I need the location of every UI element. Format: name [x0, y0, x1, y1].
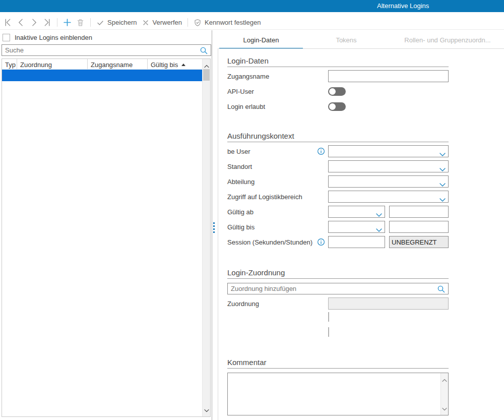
plus-icon — [63, 18, 72, 27]
chevron-down-icon — [376, 225, 382, 234]
logins-table-header: Typ Zuordnung Zugangsname Gültig bis — [2, 59, 202, 70]
zugangsname-row: Zugangsname — [227, 70, 449, 82]
toolbar-separator — [90, 18, 91, 27]
scrollbar-thumb[interactable] — [203, 69, 210, 81]
tab-rollen-gruppenzuordnung[interactable]: Rollen- und Gruppenzuordn... — [391, 34, 504, 50]
go-first-icon — [4, 18, 12, 27]
scroll-down-icon[interactable] — [442, 404, 447, 413]
zuordnung-search-input[interactable] — [228, 283, 448, 294]
go-previous-button[interactable] — [17, 18, 25, 27]
chevron-down-icon — [439, 180, 446, 189]
table-scrollbar[interactable] — [202, 59, 210, 416]
session-unit-readonly: UNBEGRENZT — [389, 236, 449, 248]
go-previous-icon — [17, 18, 25, 27]
splitter-handle[interactable] — [213, 222, 215, 233]
show-inactive-checkbox[interactable] — [3, 34, 10, 41]
zuordnung-label: Zuordnung — [227, 300, 328, 308]
window-titlebar: Alternative Logins — [0, 0, 504, 12]
go-first-button[interactable] — [4, 18, 12, 27]
zuordnung-row: Zuordnung — [227, 297, 449, 310]
go-last-icon — [43, 18, 51, 27]
info-icon[interactable] — [317, 147, 325, 155]
standort-label: Standort — [227, 163, 328, 170]
toolbar-separator — [187, 18, 188, 27]
check-icon — [96, 19, 104, 27]
go-last-button[interactable] — [43, 18, 51, 27]
go-next-icon — [30, 18, 38, 27]
zuordnung-row-2 — [227, 313, 449, 325]
zugangsname-label: Zugangsname — [227, 73, 328, 80]
abteilung-row: Abteilung — [227, 175, 449, 188]
standort-row: Standort — [227, 160, 449, 172]
standort-select[interactable] — [328, 160, 449, 172]
login-erlaubt-toggle[interactable] — [328, 102, 346, 111]
gueltig-bis-row: Gültig bis — [227, 221, 449, 233]
gueltig-bis-label: Gültig bis — [227, 223, 328, 231]
scroll-down-icon[interactable] — [204, 405, 209, 414]
show-inactive-label: Inaktive Logins einblenden — [15, 34, 92, 41]
chevron-down-icon — [439, 195, 446, 204]
be-user-label: be User — [227, 148, 317, 155]
kommentar-box — [227, 373, 449, 415]
info-icon[interactable] — [317, 238, 325, 246]
tab-login-daten[interactable]: Login-Daten — [219, 34, 303, 50]
session-label: Session (Sekunden/Stunden) — [227, 238, 317, 246]
api-user-label: API-User — [227, 88, 328, 95]
gueltig-bis-time-field[interactable] — [389, 221, 449, 233]
session-duration-field[interactable] — [328, 236, 385, 248]
panel-divider — [212, 30, 212, 420]
session-row: Session (Sekunden/Stunden) UNBEGRENZT — [227, 236, 449, 248]
gueltig-ab-label: Gültig ab — [227, 208, 328, 216]
discard-button[interactable]: Verwerfen — [142, 19, 182, 27]
scroll-up-icon[interactable] — [442, 375, 447, 384]
kommentar-field[interactable] — [228, 373, 440, 415]
zuordnung-field-2 — [328, 312, 329, 322]
gueltig-bis-date-select[interactable] — [328, 221, 385, 233]
chevron-down-icon — [439, 150, 446, 159]
set-password-button-label: Kennwort festlegen — [205, 19, 261, 26]
show-inactive-row: Inaktive Logins einblenden — [3, 34, 92, 41]
discard-button-label: Verwerfen — [153, 19, 182, 26]
zugriff-logistikbereich-select[interactable] — [328, 191, 449, 203]
gueltig-ab-row: Gültig ab — [227, 206, 449, 218]
column-header-zuordnung[interactable]: Zuordnung — [17, 59, 88, 69]
column-header-typ[interactable]: Typ — [2, 59, 17, 69]
window-title: Alternative Logins — [377, 0, 429, 12]
zugangsname-field[interactable] — [328, 70, 449, 82]
zuordnung-field-1 — [328, 297, 449, 310]
go-next-button[interactable] — [30, 18, 38, 27]
shield-icon — [194, 19, 202, 27]
api-user-toggle[interactable] — [328, 87, 346, 96]
delete-login-button[interactable] — [76, 18, 85, 27]
set-password-button[interactable]: Kennwort festlegen — [194, 19, 261, 27]
section-title-login-zuordnung: Login-Zuordnung — [227, 268, 449, 279]
kommentar-scrollbar[interactable] — [440, 373, 448, 415]
gueltig-ab-time-field[interactable] — [389, 206, 449, 218]
section-title-login-daten: Login-Daten — [227, 56, 449, 67]
search-icon[interactable] — [200, 46, 208, 57]
column-header-gueltig-bis[interactable]: Gültig bis — [148, 59, 202, 69]
login-detail-form: Login-Daten Zugangsname API-User Login e… — [218, 48, 504, 420]
table-row[interactable] — [2, 70, 202, 81]
trash-icon — [76, 18, 85, 27]
api-user-row: API-User — [227, 85, 449, 97]
login-search-input[interactable] — [2, 45, 211, 55]
chevron-down-icon — [376, 210, 382, 219]
tab-tokens[interactable]: Tokens — [304, 34, 388, 50]
abteilung-select[interactable] — [328, 175, 449, 188]
search-icon[interactable] — [437, 285, 446, 295]
sort-ascending-icon — [181, 64, 185, 66]
abteilung-label: Abteilung — [227, 178, 328, 186]
add-login-button[interactable] — [63, 18, 72, 27]
be-user-select[interactable] — [328, 145, 449, 157]
login-erlaubt-row: Login erlaubt — [227, 100, 449, 112]
gueltig-ab-date-select[interactable] — [328, 206, 385, 218]
save-button-label: Speichern — [107, 19, 137, 26]
zuordnung-row-3 — [227, 328, 449, 340]
x-icon — [142, 19, 150, 27]
column-header-zugangsname[interactable]: Zugangsname — [88, 59, 148, 69]
section-title-ausfuehrungskontext: Ausführungskontext — [227, 132, 449, 142]
zuordnung-field-3 — [328, 327, 329, 337]
save-button[interactable]: Speichern — [96, 19, 137, 27]
toolbar-separator — [57, 18, 57, 27]
